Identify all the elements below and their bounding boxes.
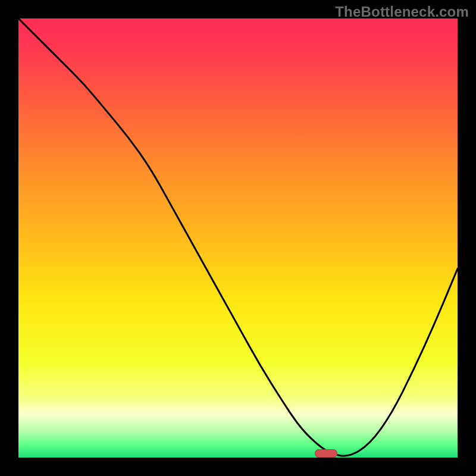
watermark-text: TheBottleneck.com xyxy=(335,4,469,20)
bottleneck-marker-pill xyxy=(315,449,337,458)
plot-area xyxy=(18,18,458,458)
chart-stage: TheBottleneck.com xyxy=(0,0,476,476)
curve-line xyxy=(18,18,458,458)
